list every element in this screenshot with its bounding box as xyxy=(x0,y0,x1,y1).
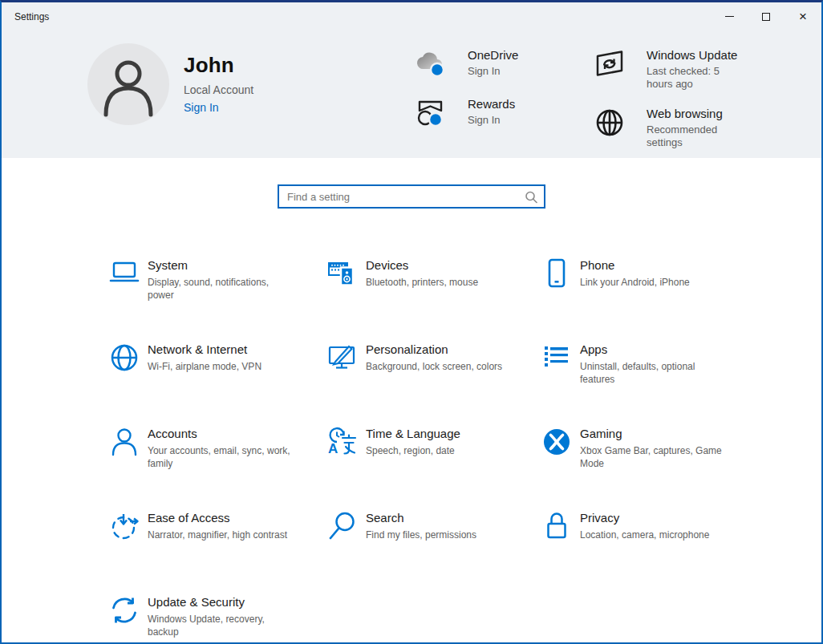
category-gaming[interactable]: Gaming Xbox Game Bar, captures, Game Mod… xyxy=(541,426,773,510)
category-subtitle: Find my files, permissions xyxy=(366,529,476,541)
personalization-icon xyxy=(326,342,359,374)
quick-column-right: Windows Update Last checked: 5 hours ago… xyxy=(593,47,748,163)
category-title: Personalization xyxy=(366,342,502,356)
xbox-icon xyxy=(541,426,573,458)
search-icon xyxy=(326,510,359,542)
window-controls: × xyxy=(711,2,821,30)
category-time-language[interactable]: A Time & Language Speech, region, date xyxy=(326,426,541,510)
category-subtitle: Speech, region, date xyxy=(366,444,460,457)
sign-in-link[interactable]: Sign In xyxy=(184,101,219,114)
category-subtitle: Uninstall, defaults, optional features xyxy=(580,360,726,386)
windows-update-icon xyxy=(593,47,626,82)
category-subtitle: Narrator, magnifier, high contrast xyxy=(148,529,287,541)
maximize-icon xyxy=(762,13,770,21)
category-title: Ease of Access xyxy=(148,511,287,525)
category-subtitle: Your accounts, email, sync, work, family xyxy=(148,444,294,470)
quick-item-onedrive[interactable]: OneDrive Sign In xyxy=(414,47,518,82)
category-subtitle: Location, camera, microphone xyxy=(580,529,709,541)
category-update-security[interactable]: Update & Security Windows Update, recove… xyxy=(108,594,326,644)
category-apps[interactable]: Apps Uninstall, defaults, optional featu… xyxy=(541,342,773,426)
svg-text:A: A xyxy=(328,441,338,456)
category-title: System xyxy=(148,258,294,272)
category-privacy[interactable]: Privacy Location, camera, microphone xyxy=(541,510,773,594)
category-subtitle: Windows Update, recovery, backup xyxy=(148,613,294,638)
quick-column-left: OneDrive Sign In Rewards Sign In xyxy=(414,47,518,144)
category-ease-of-access[interactable]: Ease of Access Narrator, magnifier, high… xyxy=(108,510,326,594)
category-subtitle: Xbox Game Bar, captures, Game Mode xyxy=(580,444,726,470)
quick-item-web-browsing[interactable]: Web browsing Recommended settings xyxy=(593,105,748,150)
avatar[interactable] xyxy=(87,43,169,125)
hero-header: John Local Account Sign In OneDri xyxy=(2,30,821,158)
sync-icon xyxy=(108,594,140,626)
window-title: Settings xyxy=(2,11,711,22)
quick-item-title: Windows Update xyxy=(647,48,737,62)
category-personalization[interactable]: Personalization Background, lock screen,… xyxy=(326,342,541,426)
category-title: Apps xyxy=(580,342,726,356)
account-type: Local Account xyxy=(184,83,253,96)
globe-network-icon xyxy=(108,342,140,374)
category-title: Time & Language xyxy=(366,427,460,440)
category-title: Privacy xyxy=(580,511,709,525)
time-language-icon: A xyxy=(326,426,359,458)
settings-home: System Display, sound, notifications, po… xyxy=(2,158,821,642)
category-system[interactable]: System Display, sound, notifications, po… xyxy=(108,257,326,342)
close-icon: × xyxy=(799,10,807,23)
phone-icon xyxy=(541,257,573,290)
category-subtitle: Background, lock screen, colors xyxy=(366,360,502,373)
category-title: Update & Security xyxy=(148,595,294,609)
quick-item-subtitle: Recommended settings xyxy=(647,124,748,150)
lock-icon xyxy=(541,510,573,542)
maximize-button[interactable] xyxy=(748,2,784,30)
quick-item-windows-update[interactable]: Windows Update Last checked: 5 hours ago xyxy=(593,47,748,91)
onedrive-cloud-icon xyxy=(414,47,448,82)
user-account-block: John Local Account Sign In xyxy=(87,43,253,125)
category-title: Gaming xyxy=(580,427,726,440)
quick-item-title: Rewards xyxy=(468,97,515,111)
person-icon xyxy=(108,426,140,458)
category-grid: System Display, sound, notifications, po… xyxy=(2,257,821,644)
rewards-badge-icon xyxy=(414,95,448,131)
minimize-icon xyxy=(725,16,734,17)
quick-item-subtitle: Sign In xyxy=(468,65,518,78)
category-title: Devices xyxy=(366,258,478,272)
quick-item-subtitle: Sign In xyxy=(468,114,515,127)
person-icon xyxy=(88,44,168,124)
category-devices[interactable]: Devices Bluetooth, printers, mouse xyxy=(326,257,541,342)
category-phone[interactable]: Phone Link your Android, iPhone xyxy=(541,257,773,342)
ease-of-access-icon xyxy=(108,510,140,542)
category-subtitle: Bluetooth, printers, mouse xyxy=(366,276,478,289)
category-title: Search xyxy=(366,511,476,525)
laptop-icon xyxy=(108,257,140,290)
category-subtitle: Link your Android, iPhone xyxy=(580,276,690,289)
quick-item-rewards[interactable]: Rewards Sign In xyxy=(414,95,518,131)
quick-item-title: Web browsing xyxy=(647,107,723,120)
category-title: Accounts xyxy=(148,427,294,440)
category-subtitle: Wi-Fi, airplane mode, VPN xyxy=(148,360,261,373)
search-box xyxy=(278,158,545,209)
apps-list-icon xyxy=(541,342,573,374)
category-title: Network & Internet xyxy=(148,342,261,356)
titlebar: Settings × xyxy=(2,2,821,30)
quick-item-title: OneDrive xyxy=(468,48,518,62)
user-name: John xyxy=(184,53,253,78)
globe-icon xyxy=(593,105,626,140)
close-button[interactable]: × xyxy=(784,2,821,30)
search-input[interactable] xyxy=(278,184,545,209)
category-accounts[interactable]: Accounts Your accounts, email, sync, wor… xyxy=(108,426,326,510)
minimize-button[interactable] xyxy=(711,2,748,30)
quick-item-subtitle: Last checked: 5 hours ago xyxy=(647,65,748,91)
category-subtitle: Display, sound, notifications, power xyxy=(148,276,294,302)
category-title: Phone xyxy=(580,258,690,272)
category-network-internet[interactable]: Network & Internet Wi-Fi, airplane mode,… xyxy=(108,342,326,426)
settings-window: Settings × John Local Account Sign In xyxy=(0,0,823,644)
devices-icon xyxy=(326,257,359,290)
category-search[interactable]: Search Find my files, permissions xyxy=(326,510,541,594)
